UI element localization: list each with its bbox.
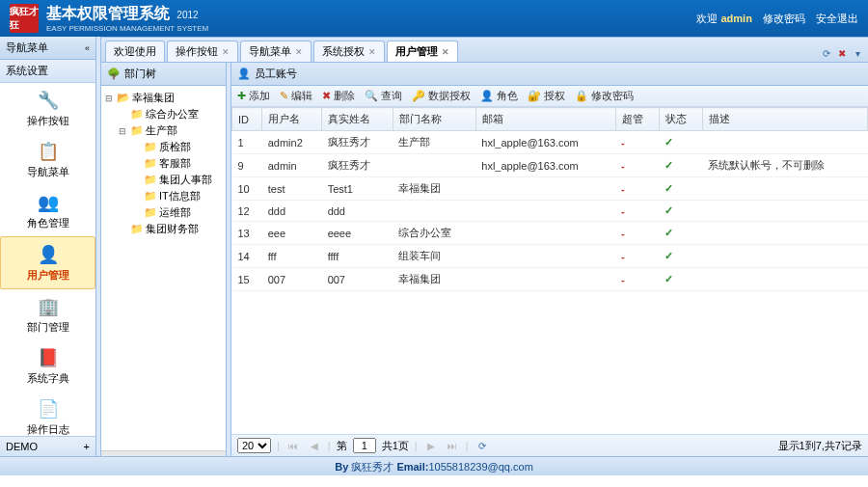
col-ID[interactable]: ID bbox=[232, 108, 262, 131]
accordion-system-settings[interactable]: 系统设置 bbox=[0, 60, 95, 83]
cell: 生产部 bbox=[393, 131, 475, 154]
tree-label: 集团人事部 bbox=[159, 173, 212, 187]
tree-scrollbar[interactable] bbox=[101, 450, 226, 456]
col-状态[interactable]: 状态 bbox=[659, 108, 702, 131]
cell: 12 bbox=[232, 201, 262, 222]
toolbar-授权[interactable]: 🔐授权 bbox=[528, 89, 565, 103]
expand-icon: + bbox=[84, 441, 90, 452]
tree-node[interactable]: ⊟📁生产部 bbox=[119, 122, 222, 139]
table-row[interactable]: 9admin疯狂秀才hxl_apple@163.com-✓系统默认帐号，不可删除 bbox=[232, 154, 868, 177]
folder-icon: 📁 bbox=[130, 223, 144, 235]
change-password-link[interactable]: 修改密码 bbox=[763, 13, 805, 24]
cell bbox=[475, 177, 615, 201]
close-icon[interactable]: ✕ bbox=[295, 47, 303, 57]
pager-sep: | bbox=[277, 440, 280, 451]
toolbar-删除[interactable]: ✖删除 bbox=[322, 89, 355, 103]
logout-link[interactable]: 安全退出 bbox=[816, 13, 858, 24]
tree-node[interactable]: 📁运维部 bbox=[132, 204, 222, 221]
toolbar-角色[interactable]: 👤角色 bbox=[480, 89, 518, 103]
tab-系统授权[interactable]: 系统授权✕ bbox=[313, 41, 385, 62]
tree-label: IT信息部 bbox=[159, 189, 201, 203]
sidebar-title-text: 导航菜单 bbox=[6, 41, 48, 55]
welcome-text: 欢迎 bbox=[696, 13, 718, 24]
toolbar-查询[interactable]: 🔍查询 bbox=[365, 89, 402, 103]
tab-tools: ⟳ ✖ ▾ bbox=[820, 46, 864, 62]
tab-用户管理[interactable]: 用户管理✕ bbox=[387, 41, 458, 62]
toolbar-修改密码[interactable]: 🔒修改密码 bbox=[575, 89, 634, 103]
toolbar-icon: ✎ bbox=[280, 90, 288, 102]
title-block: 基本权限管理系统 2012 EASY PERMISSION MANAGEMENT… bbox=[46, 4, 208, 33]
tree-node[interactable]: 📁综合办公室 bbox=[119, 106, 222, 122]
cell bbox=[702, 222, 867, 245]
collapse-icon[interactable]: « bbox=[85, 43, 90, 53]
tree-node[interactable]: 📁质检部 bbox=[132, 139, 222, 155]
cell bbox=[702, 177, 867, 201]
app-subtitle: EASY PERMISSION MANAGEMENT SYSTEM bbox=[46, 24, 208, 33]
table-row[interactable]: 15007007幸福集团-✓ bbox=[232, 268, 868, 291]
col-邮箱[interactable]: 邮箱 bbox=[475, 108, 615, 131]
cell: ✓ bbox=[659, 177, 702, 201]
table-row[interactable]: 12dddddd-✓ bbox=[232, 201, 868, 222]
cell bbox=[475, 222, 615, 245]
cell: 15 bbox=[232, 268, 262, 291]
table-row[interactable]: 10testTest1幸福集团-✓ bbox=[232, 177, 868, 201]
accordion-demo[interactable]: DEMO + bbox=[0, 436, 95, 456]
toolbar-icon: 👤 bbox=[480, 90, 494, 102]
close-icon[interactable]: ✕ bbox=[368, 47, 376, 57]
grid-toolbar: ✚添加✎编辑✖删除🔍查询🔑数据授权👤角色🔐授权🔒修改密码 bbox=[231, 86, 868, 107]
nav-item-操作日志[interactable]: 📄操作日志 bbox=[0, 392, 95, 436]
cell: 幸福集团 bbox=[393, 268, 475, 291]
refresh-button[interactable]: ⟳ bbox=[475, 438, 490, 453]
table-row[interactable]: 14fffffff组装车间-✓ bbox=[232, 245, 868, 268]
cell: 疯狂秀才 bbox=[322, 131, 393, 154]
cell bbox=[393, 154, 475, 177]
footer-by: By bbox=[335, 461, 348, 473]
col-超管[interactable]: 超管 bbox=[615, 108, 659, 131]
table-row[interactable]: 13eeeeeee综合办公室-✓ bbox=[232, 222, 868, 245]
col-真实姓名[interactable]: 真实姓名 bbox=[322, 108, 393, 131]
nav-item-部门管理[interactable]: 🏢部门管理 bbox=[0, 289, 95, 340]
toolbar-编辑[interactable]: ✎编辑 bbox=[280, 89, 312, 103]
close-icon[interactable]: ✕ bbox=[222, 47, 230, 57]
table-row[interactable]: 1admin2疯狂秀才生产部hxl_apple@163.com-✓ bbox=[232, 131, 868, 154]
col-部门名称[interactable]: 部门名称 bbox=[393, 108, 475, 131]
tab-操作按钮[interactable]: 操作按钮✕ bbox=[167, 41, 238, 62]
col-描述[interactable]: 描述 bbox=[702, 108, 867, 131]
cell: eeee bbox=[322, 222, 393, 245]
refresh-icon[interactable]: ⟳ bbox=[820, 46, 833, 60]
first-page-button[interactable]: ⏮ bbox=[285, 438, 301, 453]
tree-toggle-icon[interactable]: ⊟ bbox=[105, 94, 115, 103]
tab-欢迎使用[interactable]: 欢迎使用 bbox=[105, 41, 165, 62]
tree-node[interactable]: 📁客服部 bbox=[132, 155, 222, 172]
prev-page-button[interactable]: ◀ bbox=[307, 438, 322, 453]
page-input[interactable] bbox=[353, 438, 376, 453]
close-icon[interactable]: ✕ bbox=[442, 47, 449, 57]
folder-icon: 📁 bbox=[144, 157, 157, 170]
tree-node[interactable]: 📁IT信息部 bbox=[132, 188, 222, 204]
toolbar-label: 查询 bbox=[381, 89, 402, 103]
close-tab-icon[interactable]: ✖ bbox=[835, 46, 849, 60]
toolbar-label: 数据授权 bbox=[428, 89, 471, 103]
toolbar-数据授权[interactable]: 🔑数据授权 bbox=[412, 89, 471, 103]
next-page-button[interactable]: ▶ bbox=[423, 438, 439, 453]
dept-tree: ⊟📂幸福集团📁综合办公室⊟📁生产部📁质检部📁客服部📁集团人事部📁IT信息部📁运维… bbox=[101, 86, 226, 450]
tree-node[interactable]: 📁集团人事部 bbox=[132, 172, 222, 188]
tree-node[interactable]: 📁集团财务部 bbox=[119, 221, 222, 237]
cell: 13 bbox=[232, 222, 262, 245]
grid-head-row: ID用户名真实姓名部门名称邮箱超管状态描述 bbox=[232, 108, 868, 131]
tree-toggle-icon[interactable]: ⊟ bbox=[119, 126, 128, 136]
nav-item-角色管理[interactable]: 👥角色管理 bbox=[0, 185, 95, 236]
nav-item-系统字典[interactable]: 📕系统字典 bbox=[0, 340, 95, 392]
nav-item-用户管理[interactable]: 👤用户管理 bbox=[0, 236, 95, 289]
nav-item-操作按钮[interactable]: 🔧操作按钮 bbox=[0, 83, 95, 134]
tree-label: 幸福集团 bbox=[132, 91, 175, 105]
tab-menu-icon[interactable]: ▾ bbox=[851, 46, 864, 60]
nav-item-导航菜单[interactable]: 📋导航菜单 bbox=[0, 134, 95, 185]
last-page-button[interactable]: ⏭ bbox=[445, 438, 460, 453]
nav-icon: 📕 bbox=[37, 346, 60, 369]
col-用户名[interactable]: 用户名 bbox=[262, 108, 322, 131]
tab-导航菜单[interactable]: 导航菜单✕ bbox=[240, 41, 312, 62]
tree-root[interactable]: ⊟📂幸福集团 bbox=[105, 90, 222, 106]
toolbar-添加[interactable]: ✚添加 bbox=[237, 89, 270, 103]
page-size-select[interactable]: 20 bbox=[237, 438, 271, 453]
